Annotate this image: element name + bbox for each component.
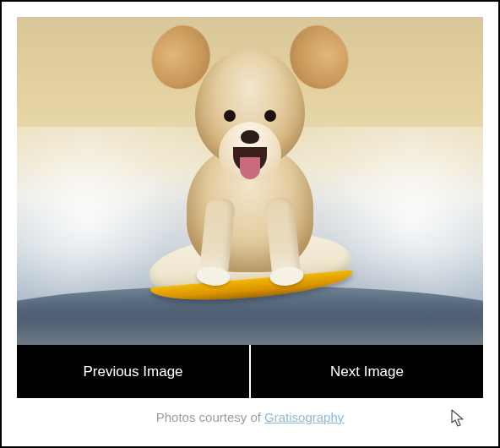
next-image-button[interactable]: Next Image: [249, 345, 483, 398]
image-dog: [157, 27, 343, 289]
carousel-nav: Previous Image Next Image: [17, 345, 483, 398]
credit-link[interactable]: Gratisography: [264, 410, 344, 424]
image-carousel-widget: Previous Image Next Image Photos courtes…: [0, 0, 500, 448]
carousel-image: [17, 17, 483, 345]
photo-credit: Photos courtesy of Gratisography: [17, 410, 483, 424]
previous-image-button[interactable]: Previous Image: [17, 345, 249, 398]
credit-prefix: Photos courtesy of: [156, 410, 264, 424]
